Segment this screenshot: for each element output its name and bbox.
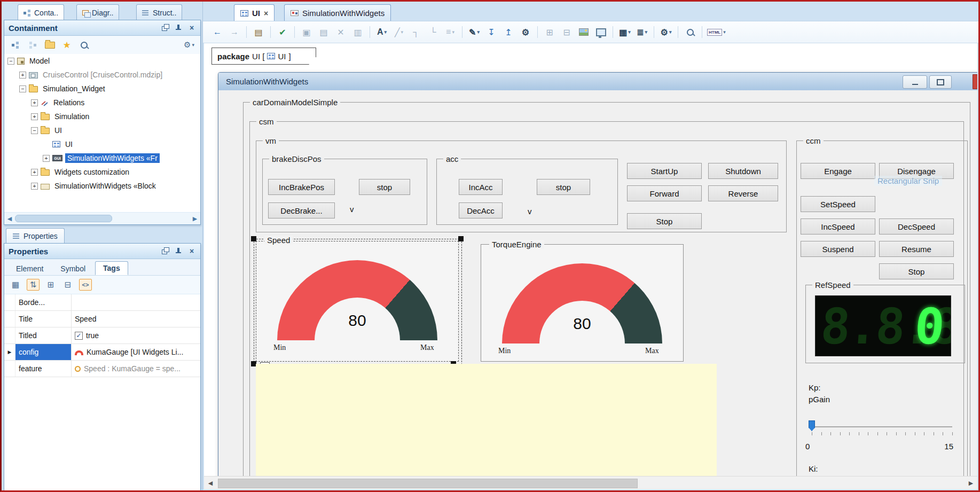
- tab-element[interactable]: Element: [9, 262, 51, 275]
- maximize-button[interactable]: [929, 75, 952, 89]
- format-painter-icon[interactable]: ▥: [350, 25, 366, 39]
- tree-item-label[interactable]: UI: [52, 126, 64, 135]
- scroll-left-icon[interactable]: ◀: [204, 477, 217, 489]
- settings-gear-icon[interactable]: ⚙▾: [658, 25, 674, 39]
- property-name[interactable]: feature: [15, 361, 72, 377]
- close-tab-icon[interactable]: ×: [264, 9, 268, 18]
- tree-row[interactable]: −UI: [4, 123, 200, 137]
- suspend-button[interactable]: Suspend: [801, 241, 875, 257]
- checkbox-icon[interactable]: ✓: [75, 332, 83, 340]
- settings-gear-icon[interactable]: ⚙▾: [183, 40, 195, 50]
- numbering-icon[interactable]: ≣▾: [634, 25, 650, 39]
- copy-icon[interactable]: ▣: [299, 25, 315, 39]
- resume-button[interactable]: Resume: [879, 241, 954, 257]
- tree-row[interactable]: +SimulationWithWidgets «Block: [4, 179, 200, 193]
- validate-icon[interactable]: ✔: [275, 25, 291, 39]
- expand-icon[interactable]: +: [31, 169, 38, 176]
- tab-diagrams[interactable]: Diagr..: [76, 4, 119, 20]
- diagram-properties-icon[interactable]: ⚙: [518, 25, 534, 39]
- path-corner-icon[interactable]: ┐: [408, 25, 424, 39]
- property-name[interactable]: config: [15, 344, 72, 360]
- nav-back-icon[interactable]: ←: [209, 25, 225, 39]
- scrollbar-thumb[interactable]: [15, 215, 112, 222]
- pgain-slider-track[interactable]: [812, 426, 952, 427]
- expand-icon[interactable]: +: [31, 183, 38, 190]
- tree-row[interactable]: +Simulation: [4, 110, 200, 123]
- console-area[interactable]: [256, 364, 717, 478]
- sort-icon[interactable]: ⇅: [27, 279, 40, 291]
- detach-icon[interactable]: ⊟: [559, 25, 575, 39]
- tree-row[interactable]: −Model: [4, 54, 200, 68]
- reverse-button[interactable]: Reverse: [708, 185, 778, 201]
- resize-handle[interactable]: [458, 236, 464, 241]
- simulation-window-titlebar[interactable]: SimulationWithWidgets: [218, 73, 977, 91]
- tab-ui-diagram[interactable]: UI ×: [234, 4, 275, 21]
- collapse-nodes-icon[interactable]: ⊟: [62, 279, 74, 290]
- collapse-icon[interactable]: −: [31, 127, 38, 134]
- tab-symbol[interactable]: Symbol: [53, 262, 93, 275]
- layout-icon[interactable]: ▦▾: [617, 25, 633, 39]
- dec-acc-button[interactable]: DecAcc: [459, 202, 503, 218]
- shutdown-button[interactable]: Shutdown: [708, 163, 778, 179]
- tree-row[interactable]: +Widgets customization: [4, 165, 200, 179]
- expand-icon[interactable]: +: [19, 72, 26, 79]
- brake-stop-button[interactable]: stop: [359, 179, 410, 195]
- attach-icon[interactable]: ⊞: [542, 25, 558, 39]
- close-button[interactable]: [973, 74, 977, 89]
- html-export-icon[interactable]: HTML▾: [706, 25, 727, 39]
- dec-brake-pos-button[interactable]: DecBrake...: [268, 202, 335, 218]
- expand-icon[interactable]: +: [31, 113, 38, 120]
- close-panel-icon[interactable]: ×: [187, 24, 196, 32]
- acc-stop-button[interactable]: stop: [537, 179, 590, 195]
- tree-item-label[interactable]: Simulation_Widget: [41, 84, 107, 93]
- tab-structure[interactable]: Struct..: [136, 4, 182, 20]
- vm-stop-button[interactable]: Stop: [627, 213, 702, 229]
- engage-button[interactable]: Engage: [801, 163, 875, 179]
- minimize-button[interactable]: [903, 75, 927, 89]
- open-project-icon[interactable]: [44, 40, 56, 50]
- scroll-right-icon[interactable]: ▶: [190, 215, 200, 222]
- paste-alt-icon[interactable]: ▤: [316, 25, 332, 39]
- tree-row[interactable]: +CruiseControl [CruiseControl.mdzip]: [4, 68, 200, 82]
- property-value[interactable]: Speed: [72, 311, 200, 327]
- pin-panel-icon[interactable]: [174, 247, 183, 255]
- expand-icon[interactable]: +: [31, 99, 38, 106]
- tree-item-label[interactable]: SimulationWithWidgets «Block: [52, 181, 158, 191]
- draw-shape-icon[interactable]: ✎▾: [466, 25, 482, 39]
- inc-brake-pos-button[interactable]: IncBrakePos: [268, 179, 335, 195]
- setspeed-button[interactable]: SetSpeed: [801, 196, 875, 212]
- property-value[interactable]: Speed : KumaGauge = spe...: [72, 361, 200, 377]
- show-code-icon[interactable]: <>: [79, 279, 92, 291]
- delete-icon[interactable]: ✕: [333, 25, 349, 39]
- float-panel-icon[interactable]: [161, 247, 169, 255]
- nav-forward-icon[interactable]: →: [226, 25, 242, 39]
- scrollbar-thumb[interactable]: [218, 479, 638, 488]
- zoom-icon[interactable]: [682, 25, 698, 39]
- tree-item-label[interactable]: Widgets customization: [52, 167, 131, 177]
- create-element-icon[interactable]: [10, 40, 21, 50]
- tab-properties[interactable]: Properties: [6, 228, 65, 245]
- resize-handle[interactable]: [251, 236, 256, 241]
- tree-row[interactable]: +GUISimulationWithWidgets «Fr: [4, 151, 200, 165]
- line-style-icon[interactable]: ╱▾: [391, 25, 407, 39]
- float-panel-icon[interactable]: [161, 24, 169, 32]
- decspeed-button[interactable]: DecSpeed: [879, 218, 954, 235]
- search-icon[interactable]: [78, 40, 90, 50]
- collapse-all-icon[interactable]: [27, 40, 38, 50]
- tree-horizontal-scrollbar[interactable]: ◀ ▶: [4, 212, 200, 224]
- tree-item-label[interactable]: Model: [27, 56, 52, 66]
- diagram-canvas[interactable]: package UI [ UI ] SimulationWithWidgets …: [204, 43, 977, 489]
- group-properties-icon[interactable]: ▦: [10, 279, 21, 290]
- tree-row[interactable]: UI: [4, 137, 200, 151]
- tree-item-label[interactable]: UI: [63, 139, 75, 149]
- expand-nodes-icon[interactable]: ⊞: [45, 279, 57, 290]
- collapse-icon[interactable]: −: [19, 85, 26, 92]
- tree-item-label[interactable]: Relations: [51, 98, 87, 107]
- pin-panel-icon[interactable]: [174, 24, 183, 32]
- tab-simulation-with-widgets[interactable]: SimulationWithWidgets: [284, 4, 391, 21]
- tree-item-label[interactable]: Simulation: [52, 112, 91, 121]
- import-diagram-icon[interactable]: ↥: [500, 25, 516, 39]
- tree-item-label[interactable]: CruiseControl [CruiseControl.mdzip]: [41, 70, 164, 80]
- image-icon[interactable]: [576, 25, 592, 39]
- scroll-left-icon[interactable]: ◀: [4, 215, 15, 222]
